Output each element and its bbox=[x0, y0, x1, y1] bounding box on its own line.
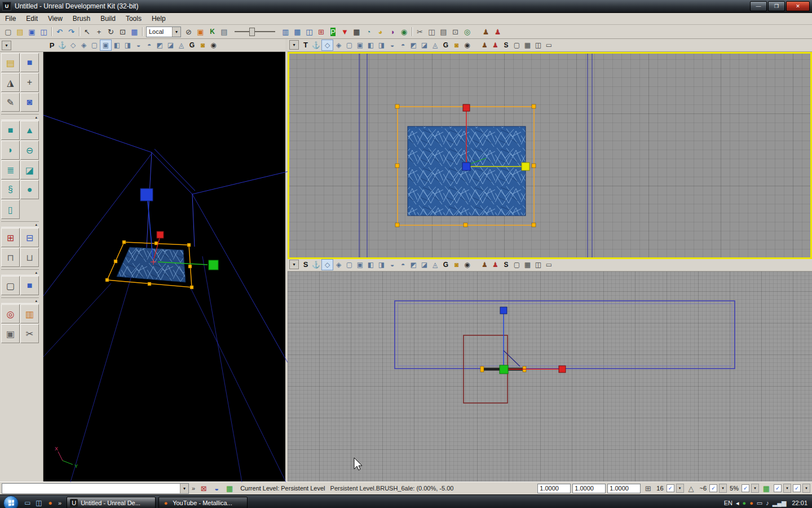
translate-handle-blue[interactable] bbox=[140, 189, 153, 201]
lightmap-density-view-icon[interactable]: ◪ bbox=[419, 260, 430, 270]
find-actors-icon[interactable]: ⊘ bbox=[183, 26, 195, 37]
autosave-dropdown[interactable]: ▾ bbox=[783, 484, 791, 493]
squint-mode-icon[interactable]: S bbox=[501, 260, 511, 270]
separator[interactable] bbox=[77, 26, 81, 37]
drag-grid-value[interactable]: 16 bbox=[655, 485, 664, 492]
redo-icon[interactable]: ↷ bbox=[65, 26, 77, 37]
drag-grid-checkbox[interactable]: ✓ bbox=[667, 484, 674, 492]
menu-item[interactable]: Tools bbox=[121, 14, 147, 24]
texture-density-view-icon[interactable]: ◩ bbox=[155, 40, 165, 50]
brush-wireframe-view-icon[interactable]: ◇ bbox=[68, 40, 78, 50]
light-complexity-view-icon[interactable]: ◒ bbox=[387, 260, 398, 270]
possess-player-icon[interactable]: ♟ bbox=[490, 40, 501, 50]
unlit-view-icon[interactable]: ▢ bbox=[344, 40, 355, 50]
rotation-grid-icon[interactable]: △ bbox=[686, 483, 697, 493]
generic-browser-icon[interactable]: ▦ bbox=[292, 26, 303, 37]
quick-launch-overflow-icon[interactable]: » bbox=[56, 500, 64, 506]
translate-handle-red[interactable] bbox=[559, 366, 566, 373]
kismet-icon[interactable]: K bbox=[206, 26, 218, 37]
actor-classes-icon[interactable]: ◫ bbox=[303, 26, 315, 37]
tray-network-icon[interactable]: ▂▄▆ bbox=[773, 500, 787, 507]
detach-viewport-icon[interactable]: ◫ bbox=[533, 40, 544, 50]
special-brush-button[interactable]: ▢ bbox=[1, 276, 20, 295]
play-in-editor-icon[interactable]: P bbox=[327, 26, 339, 37]
minimize-button[interactable]: — bbox=[750, 1, 767, 11]
show-brush-polys-icon[interactable]: ⊞ bbox=[315, 26, 327, 37]
sheet-brush-mesh[interactable] bbox=[117, 247, 186, 282]
separator[interactable] bbox=[410, 26, 414, 37]
kill-selection-icon[interactable]: ⊠ bbox=[198, 483, 209, 493]
detail-lighting-view-icon[interactable]: ◧ bbox=[365, 260, 376, 270]
translate-handle-green[interactable] bbox=[500, 365, 508, 374]
detail-lighting-view-icon[interactable]: ◧ bbox=[365, 40, 376, 50]
spiral-staircase-brush-button[interactable]: § bbox=[1, 180, 20, 199]
paste-tool-icon[interactable]: ▤ bbox=[438, 26, 449, 37]
maximize-viewport-icon[interactable]: ▢ bbox=[511, 260, 522, 270]
viewport-lock-icon[interactable]: ⚓ bbox=[311, 260, 321, 270]
publish-level-icon[interactable]: ▼ bbox=[339, 26, 351, 37]
shader-complexity-view-icon[interactable]: ◓ bbox=[398, 260, 408, 270]
build-geometry-icon[interactable]: ◔ bbox=[363, 26, 374, 37]
viewport-options-dropdown[interactable]: ▾ bbox=[2, 41, 11, 50]
perspective-viewport[interactable]: X Y bbox=[43, 52, 285, 481]
tray-volume-icon[interactable]: ♪ bbox=[766, 500, 769, 506]
select-special-button[interactable]: ✂ bbox=[20, 324, 39, 343]
lighting-only-view-icon[interactable]: ◨ bbox=[376, 260, 387, 270]
new-map-icon[interactable]: ▢ bbox=[2, 26, 14, 37]
copy-tool-icon[interactable]: ◫ bbox=[426, 26, 438, 37]
cube-brush-button[interactable]: ■ bbox=[1, 121, 20, 140]
save-all-icon[interactable]: ◫ bbox=[38, 26, 50, 37]
menu-item[interactable]: Help bbox=[147, 14, 171, 24]
translate-handle-yellow[interactable] bbox=[522, 163, 529, 170]
csg-add-button[interactable]: ⊞ bbox=[1, 228, 20, 247]
rotation-grid-checkbox[interactable]: ✓ bbox=[709, 484, 717, 492]
cylinder-brush-button[interactable]: ⊖ bbox=[20, 141, 39, 160]
unreal-frontend-icon[interactable]: ▣ bbox=[195, 26, 206, 37]
menu-item[interactable]: Build bbox=[95, 14, 121, 24]
play-in-viewport-icon[interactable]: ♟ bbox=[479, 260, 490, 270]
play-in-viewport-icon[interactable]: ♟ bbox=[479, 40, 490, 50]
autosave-checkbox[interactable]: ✓ bbox=[774, 484, 782, 492]
brush-wireframe-view-icon[interactable]: ◇ bbox=[321, 40, 333, 51]
volumetric-brush-button[interactable]: ▯ bbox=[1, 200, 20, 219]
tray-display-icon[interactable]: ▭ bbox=[757, 500, 762, 507]
rotation-grid-value[interactable]: ~6 bbox=[699, 485, 708, 492]
menu-item[interactable]: View bbox=[43, 14, 68, 24]
lighting-only-view-icon[interactable]: ◨ bbox=[122, 40, 133, 50]
translate-handle-green[interactable] bbox=[209, 260, 218, 270]
chevron-down-icon[interactable]: ▾ bbox=[172, 27, 180, 37]
viewport-lock-icon[interactable]: ⚓ bbox=[57, 40, 68, 50]
unlit-view-icon[interactable]: ▢ bbox=[89, 40, 100, 50]
tray-firefox-icon[interactable]: ● bbox=[749, 500, 753, 506]
lightmap-density-view-icon[interactable]: ◪ bbox=[419, 40, 430, 50]
separator[interactable]: ▴ bbox=[1, 114, 39, 120]
ui-scenes-icon[interactable]: ▤ bbox=[218, 26, 230, 37]
menu-item[interactable]: File bbox=[0, 14, 21, 24]
separator[interactable]: ▴ bbox=[1, 297, 39, 304]
drag-grid-dropdown[interactable]: ▾ bbox=[676, 484, 684, 493]
lit-view-icon[interactable]: ▣ bbox=[355, 260, 365, 270]
world-properties-icon[interactable]: ◎ bbox=[461, 26, 473, 37]
scale-nonuniform-icon[interactable]: ▦ bbox=[129, 26, 140, 37]
separator[interactable]: ▴ bbox=[1, 221, 39, 227]
reflections-view-icon[interactable]: ◬ bbox=[430, 260, 440, 270]
close-button[interactable]: ✕ bbox=[786, 1, 810, 11]
wireframe-view-icon[interactable]: ◈ bbox=[333, 40, 344, 50]
csg-subtract-button[interactable]: ⊟ bbox=[20, 228, 39, 247]
drag-grid-icon[interactable]: ⊞ bbox=[642, 483, 654, 493]
static-mesh-mode-button[interactable]: ◙ bbox=[20, 93, 39, 112]
reflections-view-icon[interactable]: ◬ bbox=[176, 40, 187, 50]
build-all-icon[interactable]: ◉ bbox=[398, 26, 410, 37]
shader-complexity-view-icon[interactable]: ◓ bbox=[144, 40, 155, 50]
realtime-update-dropdown[interactable]: ▾ bbox=[802, 484, 810, 493]
save-map-icon[interactable]: ▣ bbox=[26, 26, 38, 37]
show-flags-icon[interactable]: ◉ bbox=[462, 260, 473, 270]
select-none-button[interactable]: ◎ bbox=[1, 304, 20, 323]
game-mode-icon[interactable]: G bbox=[187, 40, 197, 50]
cut-tool-icon[interactable]: ✂ bbox=[414, 26, 426, 37]
separator[interactable] bbox=[140, 26, 144, 37]
possess-player-icon[interactable]: ♟ bbox=[490, 260, 501, 270]
csg-intersect-button[interactable]: ⊓ bbox=[1, 248, 20, 267]
terrain-grid-icon[interactable]: ▦ bbox=[224, 483, 235, 493]
viewport-options-dropdown[interactable]: ▾ bbox=[289, 260, 299, 269]
